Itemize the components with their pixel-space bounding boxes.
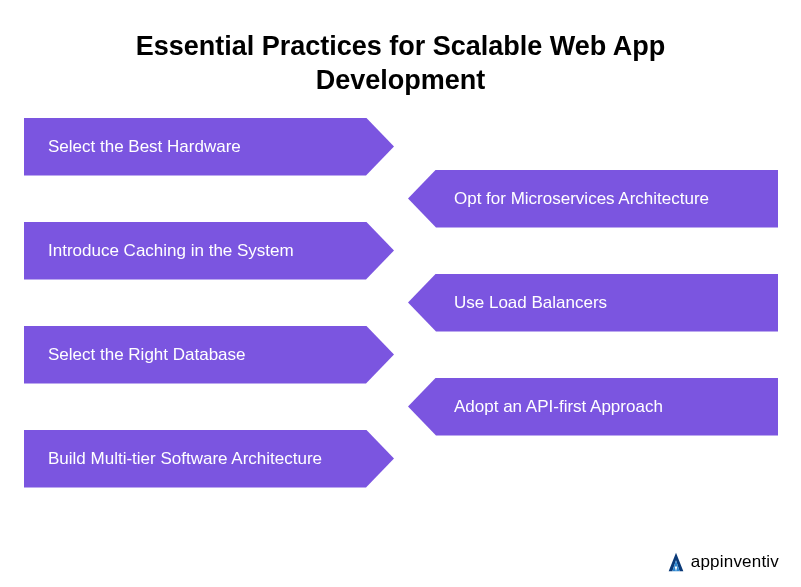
practice-item-left-3: Select the Right Database: [24, 326, 394, 384]
practice-label: Use Load Balancers: [454, 293, 607, 313]
practice-item-left-4: Build Multi-tier Software Architecture: [24, 430, 394, 488]
brand-logo: appinventiv: [665, 551, 779, 573]
practice-label: Select the Best Hardware: [48, 137, 241, 157]
practice-label: Select the Right Database: [48, 345, 246, 365]
practice-item-right-3: Adopt an API-first Approach: [408, 378, 778, 436]
brand-name: appinventiv: [691, 552, 779, 572]
practice-item-right-2: Use Load Balancers: [408, 274, 778, 332]
practice-label: Build Multi-tier Software Architecture: [48, 449, 322, 469]
practice-label: Introduce Caching in the System: [48, 241, 294, 261]
practice-label: Opt for Microservices Architecture: [454, 189, 709, 209]
practices-diagram: Select the Best Hardware Opt for Microse…: [0, 118, 801, 548]
practice-item-left-2: Introduce Caching in the System: [24, 222, 394, 280]
page-title: Essential Practices for Scalable Web App…: [0, 0, 801, 118]
practice-item-left-1: Select the Best Hardware: [24, 118, 394, 176]
appinventiv-logo-icon: [665, 551, 687, 573]
practice-label: Adopt an API-first Approach: [454, 397, 663, 417]
practice-item-right-1: Opt for Microservices Architecture: [408, 170, 778, 228]
